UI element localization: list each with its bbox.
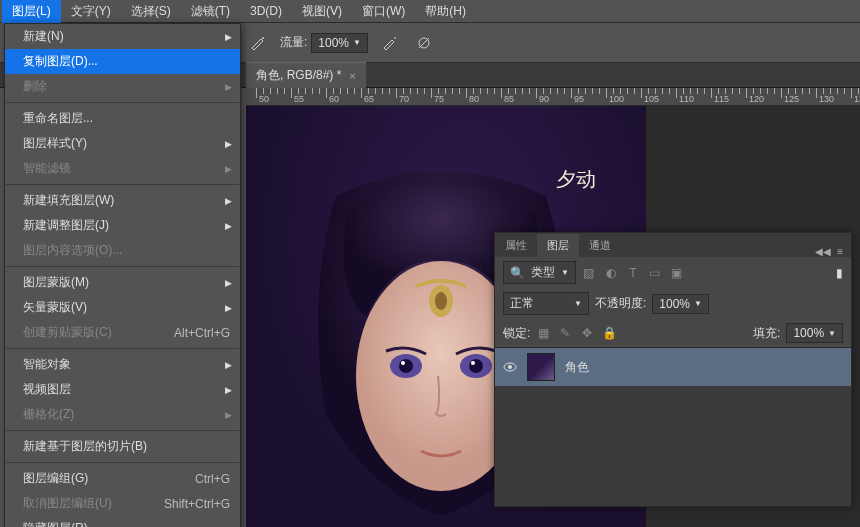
menu-item[interactable]: 新建基于图层的切片(B) xyxy=(5,434,240,459)
menu-item[interactable]: 矢量蒙版(V)▶ xyxy=(5,295,240,320)
menu-item[interactable]: 选择(S) xyxy=(121,0,181,23)
panel-tab[interactable]: 图层 xyxy=(537,234,579,257)
panel-tab[interactable]: 通道 xyxy=(579,234,621,257)
lock-pixels-icon[interactable]: ✎ xyxy=(558,326,572,340)
ruler-minor-tick xyxy=(648,88,649,94)
ruler-minor-tick xyxy=(515,88,516,94)
ruler-minor-tick xyxy=(424,88,425,94)
ruler-minor-tick xyxy=(830,88,831,94)
menu-item[interactable]: 重命名图层... xyxy=(5,106,240,131)
menu-item-label: 视频图层 xyxy=(23,381,71,398)
horizontal-ruler: 5055606570758085909510010511011512012513… xyxy=(246,88,860,106)
ruler-minor-tick xyxy=(375,88,376,94)
ruler-minor-tick xyxy=(298,88,299,94)
filter-icons: ▧ ◐ T ▭ ▣ xyxy=(582,266,684,280)
symmetry-icon[interactable] xyxy=(412,31,436,55)
menu-item[interactable]: 图层蒙版(M)▶ xyxy=(5,270,240,295)
ruler-minor-tick xyxy=(788,88,789,94)
filter-pixel-icon[interactable]: ▧ xyxy=(582,266,596,280)
ruler-minor-tick xyxy=(319,88,320,94)
menu-item[interactable]: 窗口(W) xyxy=(352,0,415,23)
visibility-icon[interactable] xyxy=(503,360,517,374)
filter-shape-icon[interactable]: ▭ xyxy=(648,266,662,280)
ruler-minor-tick xyxy=(410,88,411,94)
airbrush-icon[interactable] xyxy=(246,31,270,55)
filter-smart-icon[interactable]: ▣ xyxy=(670,266,684,280)
blend-mode-select[interactable]: 正常 ▼ xyxy=(503,292,589,315)
ruler-minor-tick xyxy=(543,88,544,94)
layer-filter-kind[interactable]: 🔍 类型 ▼ xyxy=(503,261,576,284)
menu-shortcut: Alt+Ctrl+G xyxy=(174,326,230,340)
menu-item[interactable]: 隐藏图层(R) xyxy=(5,516,240,527)
menu-separator xyxy=(6,266,239,267)
menu-item[interactable]: 滤镜(T) xyxy=(181,0,240,23)
lock-label: 锁定: xyxy=(503,325,530,342)
panel-empty-area xyxy=(495,386,851,506)
menu-item[interactable]: 帮助(H) xyxy=(415,0,476,23)
filter-type-icon[interactable]: T xyxy=(626,266,640,280)
ruler-tick: 105 xyxy=(641,88,642,98)
lock-all-icon[interactable]: 🔒 xyxy=(602,326,616,340)
lock-position-icon[interactable]: ✥ xyxy=(580,326,594,340)
opacity-value-box[interactable]: 100% ▼ xyxy=(652,294,709,314)
ruler-minor-tick xyxy=(389,88,390,94)
panel-tab[interactable]: 属性 xyxy=(495,234,537,257)
ruler-minor-tick xyxy=(354,88,355,94)
ruler-tick: 75 xyxy=(431,88,432,98)
layer-name[interactable]: 角色 xyxy=(565,359,589,376)
menu-item[interactable]: 新建(N)▶ xyxy=(5,24,240,49)
opacity-label: 不透明度: xyxy=(595,295,646,312)
ruler-minor-tick xyxy=(718,88,719,94)
menu-item[interactable]: 新建调整图层(J)▶ xyxy=(5,213,240,238)
menu-item[interactable]: 视频图层▶ xyxy=(5,377,240,402)
ruler-minor-tick xyxy=(487,88,488,94)
panel-menu-icon[interactable]: ≡ xyxy=(837,246,843,257)
menu-item-label: 重命名图层... xyxy=(23,110,93,127)
ruler-minor-tick xyxy=(403,88,404,94)
flow-label: 流量: xyxy=(280,34,307,51)
submenu-arrow-icon: ▶ xyxy=(225,385,232,395)
flow-group: 流量: 100% ▼ xyxy=(280,33,368,53)
menu-bar: 图层(L)文字(Y)选择(S)滤镜(T)3D(D)视图(V)窗口(W)帮助(H) xyxy=(0,0,860,23)
layer-thumbnail[interactable] xyxy=(527,353,555,381)
search-icon: 🔍 xyxy=(510,266,525,280)
menu-item[interactable]: 新建填充图层(W)▶ xyxy=(5,188,240,213)
ruler-minor-tick xyxy=(333,88,334,94)
collapse-icon[interactable]: ◀◀ xyxy=(815,246,831,257)
tablet-pressure-icon[interactable] xyxy=(378,31,402,55)
menu-item[interactable]: 图层(L) xyxy=(2,0,61,23)
lock-transparent-icon[interactable]: ▦ xyxy=(536,326,550,340)
menu-item[interactable]: 智能对象▶ xyxy=(5,352,240,377)
menu-item[interactable]: 复制图层(D)... xyxy=(5,49,240,74)
ruler-minor-tick xyxy=(578,88,579,94)
menu-item: 创建剪贴蒙版(C)Alt+Ctrl+G xyxy=(5,320,240,345)
flow-value-box[interactable]: 100% ▼ xyxy=(311,33,368,53)
menu-item-label: 复制图层(D)... xyxy=(23,53,98,70)
ruler-minor-tick xyxy=(557,88,558,94)
menu-separator xyxy=(6,430,239,431)
menu-separator xyxy=(6,462,239,463)
ruler-minor-tick xyxy=(753,88,754,94)
close-tab-icon[interactable]: × xyxy=(349,70,355,82)
menu-item[interactable]: 文字(Y) xyxy=(61,0,121,23)
ruler-minor-tick xyxy=(823,88,824,94)
menu-item[interactable]: 图层样式(Y)▶ xyxy=(5,131,240,156)
menu-item[interactable]: 3D(D) xyxy=(240,1,292,21)
filter-toggle[interactable]: ▮ xyxy=(836,266,843,280)
ruler-minor-tick xyxy=(459,88,460,94)
menu-item-label: 图层编组(G) xyxy=(23,470,88,487)
submenu-arrow-icon: ▶ xyxy=(225,139,232,149)
menu-item[interactable]: 视图(V) xyxy=(292,0,352,23)
ruler-minor-tick xyxy=(739,88,740,94)
document-title: 角色, RGB/8#) * xyxy=(256,67,341,84)
layer-row[interactable]: 角色 xyxy=(495,348,851,386)
filter-adjust-icon[interactable]: ◐ xyxy=(604,266,618,280)
panel-menu[interactable]: ◀◀≡ xyxy=(807,246,851,257)
chevron-down-icon: ▼ xyxy=(828,329,836,338)
document-tab[interactable]: 角色, RGB/8#) * × xyxy=(246,62,366,88)
ruler-minor-tick xyxy=(809,88,810,94)
svg-text:夕动漫: 夕动漫 xyxy=(556,168,596,190)
fill-value-box[interactable]: 100% ▼ xyxy=(786,323,843,343)
menu-item[interactable]: 图层编组(G)Ctrl+G xyxy=(5,466,240,491)
ruler-minor-tick xyxy=(445,88,446,94)
